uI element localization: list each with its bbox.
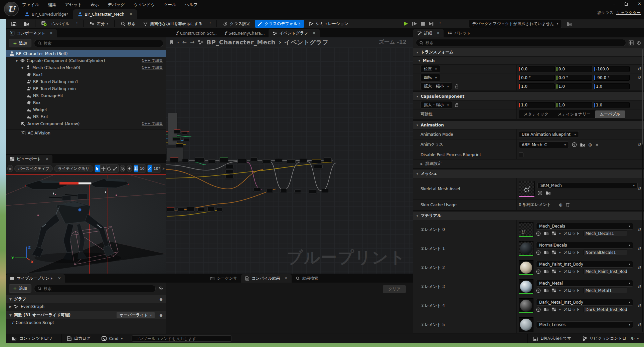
graph-node[interactable]	[312, 159, 321, 163]
find-button[interactable]: 検索	[118, 20, 138, 28]
graph-node[interactable]	[207, 207, 215, 212]
graph-node[interactable]	[250, 157, 258, 161]
tab-components[interactable]: C コンポーネント ✕	[6, 29, 57, 37]
rotation-combo[interactable]: 回転▾	[421, 74, 440, 81]
reset-icon[interactable]: ↺	[638, 186, 641, 191]
tree-item-capsule[interactable]: ▼ Capsule Component (CollisionCylinder) …	[6, 57, 166, 64]
graph-node[interactable]	[275, 158, 282, 163]
section-capsule-component[interactable]: ▾CapsuleComponent	[413, 92, 644, 101]
graph-node[interactable]	[219, 157, 228, 162]
details-scrollbar[interactable]	[642, 49, 643, 332]
material-dropdown[interactable]: Mech_Decals▾	[536, 223, 633, 230]
viewport-3d-canvas[interactable]: Y Z X	[6, 174, 166, 274]
slot-name-field[interactable]: NormalDecals1	[583, 250, 627, 255]
browse-asset-button[interactable]	[21, 20, 32, 27]
menu-file[interactable]: ファイル	[22, 2, 39, 8]
clear-icon[interactable]: ×	[595, 142, 599, 147]
expand-caret-icon[interactable]: ▼	[15, 59, 18, 62]
graph-node[interactable]	[324, 157, 332, 162]
menu-help[interactable]: ヘルプ	[185, 2, 198, 8]
material-dropdown[interactable]: Mech_Metal▾	[536, 280, 633, 287]
play-options-icon[interactable]: ⋮	[437, 21, 443, 26]
play-icon[interactable]	[403, 21, 409, 26]
highlight-icon[interactable]	[552, 269, 556, 274]
rotation-x-field[interactable]: 0.0 °	[519, 75, 555, 81]
graph-node[interactable]	[182, 131, 187, 135]
mobility-stationary[interactable]: ステイショナリー	[553, 110, 595, 118]
parent-class-link[interactable]: キャラクター	[616, 10, 641, 15]
highlight-icon[interactable]	[552, 250, 556, 255]
bookmark-caret-icon[interactable]: ▾	[177, 41, 179, 44]
anim-class-dropdown[interactable]: ABP_Mech_C▾	[519, 141, 569, 148]
reset-icon[interactable]: ↺	[638, 142, 641, 147]
stop-icon[interactable]	[421, 21, 425, 26]
asset-tab-bp-character-mech[interactable]: BP_Character_Mech ✕	[73, 9, 137, 19]
tree-item-box[interactable]: Box	[6, 99, 166, 106]
capsule-scale-x-field[interactable]: 1.0	[519, 102, 555, 108]
menu-edit[interactable]: 編集	[48, 2, 56, 8]
diff-button[interactable]: 差分 ▾	[87, 20, 111, 28]
event-graph-item[interactable]: ▶ EventGraph	[6, 303, 166, 310]
perspective-button[interactable]: パースペクティブ	[14, 165, 53, 172]
chevron-down-icon[interactable]: ▾	[559, 289, 561, 292]
graph-node[interactable]	[237, 159, 247, 163]
tree-item-ns-damagehit[interactable]: NS_DamageHit	[6, 92, 166, 99]
section-animation[interactable]: ▾Animation	[413, 121, 644, 129]
step-icon[interactable]	[412, 21, 417, 26]
trash-icon[interactable]	[566, 203, 570, 207]
tab-event-graph[interactable]: イベントグラフ ✕	[269, 29, 319, 37]
rotation-y-field[interactable]: 0.0 °	[556, 75, 592, 81]
scale-combo[interactable]: 拡大・縮小▾	[421, 101, 452, 109]
settings-gear-icon[interactable]	[158, 286, 163, 291]
components-search[interactable]	[34, 40, 163, 47]
construction-script-item[interactable]: f Construction Script	[6, 319, 166, 326]
reset-icon[interactable]: ↺	[638, 66, 641, 71]
rotation-z-field[interactable]: -90.0 °	[594, 75, 630, 81]
move-tool-icon[interactable]	[101, 165, 107, 172]
material-dropdown[interactable]: NormalDecals▾	[536, 242, 633, 249]
add-icon[interactable]: ⊕	[588, 142, 592, 147]
surface-snap-icon[interactable]	[127, 165, 132, 172]
graph-node[interactable]	[174, 129, 181, 133]
mobility-static[interactable]: スタティック	[519, 110, 553, 118]
asset-tab-bp-curvedbridge[interactable]: BP_CurvedBridge*	[20, 9, 73, 19]
close-icon[interactable]: ✕	[50, 31, 53, 35]
chevron-down-icon[interactable]: ▾	[559, 308, 561, 311]
grid-snap-value[interactable]: 10	[138, 165, 146, 172]
tree-item-widget[interactable]: Widget	[6, 106, 166, 113]
graph-node[interactable]	[217, 208, 223, 212]
section-materials[interactable]: ▾マテリアル	[413, 212, 644, 220]
browse-icon[interactable]	[544, 231, 549, 236]
graph-node[interactable]	[314, 165, 323, 169]
graph-node[interactable]	[177, 208, 184, 212]
subsection-mesh[interactable]: ▾Mesh	[413, 57, 644, 65]
row-advanced[interactable]: ▶詳細設定	[413, 159, 644, 168]
bookmark-icon[interactable]	[169, 40, 174, 45]
skeletal-mesh-dropdown[interactable]: SKM_Mech▾	[537, 182, 638, 189]
close-icon[interactable]: ✕	[58, 276, 61, 281]
graph-canvas[interactable]: ブループリント	[166, 47, 413, 274]
breadcrumb-graph[interactable]: イベントグラフ	[284, 38, 328, 46]
chevron-down-icon[interactable]: ▾	[559, 251, 561, 254]
unsaved-indicator[interactable]: 1個が未保存です	[527, 334, 577, 343]
clear-button[interactable]: クリア	[383, 285, 406, 293]
edit-in-cpp-link[interactable]: C++ で編集	[142, 65, 163, 70]
mobility-movable[interactable]: ムーバブル	[595, 110, 625, 118]
reset-icon[interactable]: ↺	[638, 284, 641, 289]
debug-browse-button[interactable]	[564, 20, 575, 27]
reset-icon[interactable]: ↺	[638, 246, 641, 251]
tree-item-mesh[interactable]: ▼ Mesh (CharacterMesh0) C++ で編集	[6, 64, 166, 71]
slot-name-field[interactable]: Mech_Metal1	[583, 288, 627, 293]
skeletal-mesh-thumbnail[interactable]	[519, 181, 535, 197]
graph-node[interactable]	[182, 159, 189, 163]
material-dropdown[interactable]: Dark_Metal_Inst_Body▾	[536, 299, 633, 306]
tree-item-aivision[interactable]: C AC AIVision	[6, 129, 166, 136]
collapse-caret-icon[interactable]: ▼	[9, 314, 12, 317]
graph-node[interactable]	[225, 175, 233, 179]
close-icon[interactable]: ✕	[312, 31, 315, 35]
cmd-dropdown[interactable]: Cmd ▾	[96, 334, 128, 343]
class-defaults-button[interactable]: クラスのデフォルト	[255, 20, 304, 28]
my-blueprint-search-input[interactable]	[44, 286, 152, 291]
scale-z-field[interactable]: 1.0	[594, 83, 630, 89]
focus-selected-icon[interactable]	[120, 165, 126, 172]
